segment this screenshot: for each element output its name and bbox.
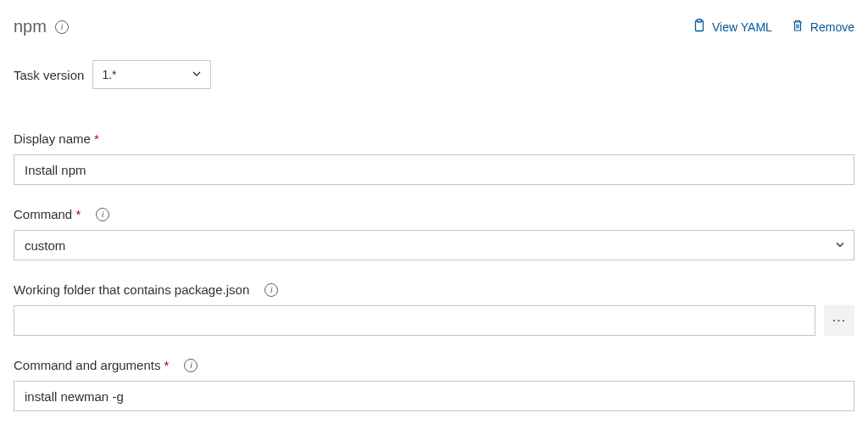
working-folder-field: Working folder that contains package.jso… [14, 282, 854, 336]
chevron-down-icon [835, 238, 845, 253]
header-row: npm View YAML Remove [14, 17, 854, 36]
field-label-row: Command * [14, 207, 854, 221]
field-label-row: Display name * [14, 131, 854, 146]
task-version-select[interactable]: 1.* [92, 60, 211, 89]
task-version-label: Task version [14, 68, 84, 82]
field-label-row: Command and arguments * [14, 358, 854, 372]
working-folder-input-group: ··· [14, 305, 854, 336]
header-actions: View YAML Remove [693, 19, 854, 35]
command-select[interactable]: custom [14, 230, 854, 260]
command-label: Command * [14, 207, 81, 221]
svg-rect-1 [698, 20, 702, 22]
working-folder-label: Working folder that contains package.jso… [14, 282, 249, 297]
task-version-row: Task version 1.* [14, 60, 854, 89]
chevron-down-icon [192, 68, 202, 81]
info-icon[interactable] [184, 359, 198, 372]
task-version-value: 1.* [102, 68, 116, 81]
browse-button[interactable]: ··· [824, 305, 854, 336]
working-folder-input[interactable] [14, 305, 815, 336]
command-args-label: Command and arguments * [14, 358, 169, 372]
title-wrap: npm [14, 17, 69, 36]
remove-button[interactable]: Remove [791, 19, 854, 35]
view-yaml-button[interactable]: View YAML [693, 19, 772, 35]
field-label-row: Working folder that contains package.jso… [14, 282, 854, 297]
display-name-label: Display name * [14, 131, 99, 146]
command-field: Command * custom [14, 207, 854, 260]
display-name-input[interactable] [14, 154, 854, 185]
command-args-field: Command and arguments * [14, 358, 854, 411]
ellipsis-icon: ··· [832, 313, 846, 328]
remove-label: Remove [810, 20, 854, 34]
info-icon[interactable] [55, 20, 69, 34]
command-args-input[interactable] [14, 381, 854, 411]
command-value: custom [25, 238, 65, 253]
view-yaml-label: View YAML [712, 20, 772, 34]
info-icon[interactable] [96, 208, 109, 221]
clipboard-icon [693, 19, 706, 35]
display-name-field: Display name * [14, 131, 854, 185]
page-title: npm [14, 17, 47, 36]
info-icon[interactable] [264, 283, 278, 297]
trash-icon [791, 19, 804, 35]
